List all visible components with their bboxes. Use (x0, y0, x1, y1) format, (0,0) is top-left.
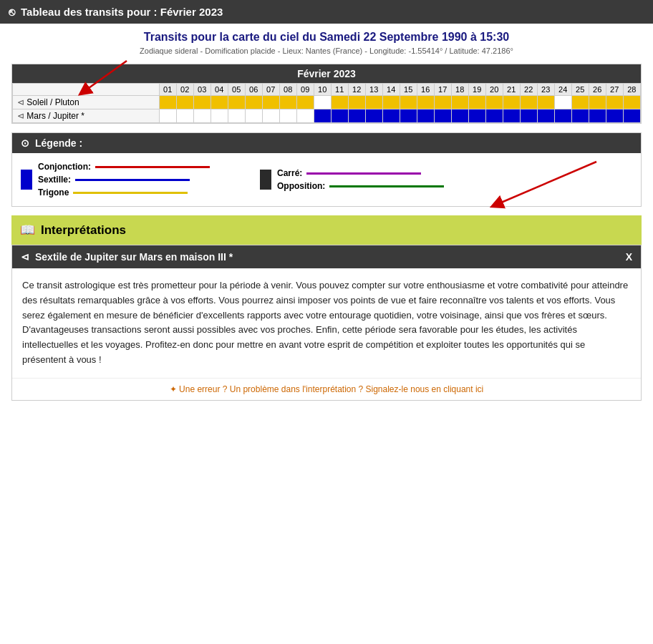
transit-cell-r0-d11[interactable] (348, 96, 365, 109)
transit-cell-r1-d11[interactable] (348, 109, 365, 123)
legend-opposition-line (329, 185, 444, 187)
transit-cell-r1-d22[interactable] (537, 109, 554, 123)
transit-cell-r0-d25[interactable] (589, 96, 606, 109)
transit-cell-r1-d8[interactable] (296, 109, 314, 123)
transit-cell-r1-d9[interactable] (314, 109, 331, 123)
transit-cell-r0-d7[interactable] (279, 96, 296, 109)
transit-cell-r1-d16[interactable] (434, 109, 451, 123)
day-header-01: 01 (159, 84, 176, 96)
transit-cell-r1-d23[interactable] (554, 109, 571, 123)
main-content: Transits pour la carte du ciel du Samedi… (0, 24, 653, 416)
legend-conjonction-line (95, 166, 210, 168)
legend-left-lines: Conjonction: Sextille: Trigone (38, 162, 210, 197)
transit-cell-r0-d12[interactable] (365, 96, 382, 109)
transit-cell-r1-d0[interactable] (159, 109, 176, 123)
interp-footer[interactable]: ✦ Une erreur ? Un problème dans l'interp… (12, 378, 641, 400)
legend-conjonction: Conjonction: (38, 162, 210, 172)
svg-line-1 (496, 162, 596, 205)
transit-cell-r1-d6[interactable] (262, 109, 279, 123)
transit-cell-r0-d14[interactable] (400, 96, 417, 109)
day-header-17: 17 (434, 84, 451, 96)
transit-section: Février 2023 010203040506070809101112131… (11, 64, 642, 124)
transit-cell-r0-d21[interactable] (520, 96, 537, 109)
day-header-24: 24 (554, 84, 571, 96)
transit-cell-r1-d4[interactable] (228, 109, 245, 123)
transit-cell-r0-d10[interactable] (331, 96, 348, 109)
transit-cell-r0-d27[interactable] (623, 96, 640, 109)
days-header-empty (13, 84, 160, 96)
transit-row-label-1[interactable]: ⊲ Mars / Jupiter * (13, 109, 160, 123)
transit-cell-r0-d16[interactable] (434, 96, 451, 109)
day-header-04: 04 (211, 84, 228, 96)
transit-cell-r1-d3[interactable] (211, 109, 228, 123)
day-header-19: 19 (468, 84, 485, 96)
transit-cell-r1-d27[interactable] (623, 109, 640, 123)
transit-cell-r0-d5[interactable] (245, 96, 262, 109)
transit-cell-r1-d13[interactable] (382, 109, 400, 123)
day-header-26: 26 (589, 84, 606, 96)
transit-cell-r1-d5[interactable] (245, 109, 262, 123)
transit-cell-r0-d6[interactable] (262, 96, 279, 109)
transit-cell-r1-d18[interactable] (468, 109, 485, 123)
transit-cell-r1-d19[interactable] (485, 109, 503, 123)
legend-conjonction-label: Conjonction: (38, 162, 91, 172)
transit-cell-r0-d20[interactable] (503, 96, 520, 109)
interp-text: Ce transit astrologique est très promett… (22, 278, 631, 368)
transit-cell-r1-d12[interactable] (365, 109, 382, 123)
transit-cell-r1-d7[interactable] (279, 109, 296, 123)
transit-cell-r1-d26[interactable] (606, 109, 623, 123)
transit-row-label-0[interactable]: ⊲ Soleil / Pluton (13, 96, 160, 109)
transit-cell-r0-d3[interactable] (211, 96, 228, 109)
interp-close-button[interactable]: X (626, 251, 632, 263)
transit-cell-r0-d23[interactable] (554, 96, 571, 109)
day-header-21: 21 (503, 84, 520, 96)
transit-cell-r1-d24[interactable] (571, 109, 589, 123)
transit-cell-r0-d18[interactable] (468, 96, 485, 109)
day-header-12: 12 (348, 84, 365, 96)
day-header-05: 05 (228, 84, 245, 96)
transit-cell-r0-d22[interactable] (537, 96, 554, 109)
transit-table: 0102030405060708091011121314151617181920… (12, 83, 641, 123)
day-header-13: 13 (365, 84, 382, 96)
transit-cell-r1-d25[interactable] (589, 109, 606, 123)
transit-cell-r0-d2[interactable] (193, 96, 211, 109)
day-header-22: 22 (520, 84, 537, 96)
interp-panel-header-left: ⊲ Sextile de Jupiter sur Mars en maison … (21, 251, 233, 263)
transit-cell-r1-d1[interactable] (176, 109, 193, 123)
legend-trigone-label: Trigone (38, 187, 69, 197)
interp-footer-text[interactable]: ✦ Une erreur ? Un problème dans l'interp… (170, 384, 484, 394)
transit-cell-r0-d9[interactable] (314, 96, 331, 109)
transit-cell-r0-d24[interactable] (571, 96, 589, 109)
transit-cell-r1-d2[interactable] (193, 109, 211, 123)
transit-cell-r1-d20[interactable] (503, 109, 520, 123)
legend-blue-block (21, 170, 32, 190)
legend-carre-line (306, 172, 421, 175)
transit-cell-r0-d26[interactable] (606, 96, 623, 109)
day-header-11: 11 (331, 84, 348, 96)
transit-cell-r0-d17[interactable] (451, 96, 468, 109)
legend-arrow-area (465, 162, 632, 197)
transit-cell-r0-d1[interactable] (176, 96, 193, 109)
legend-opposition: Opposition: (277, 181, 444, 191)
legend-left-group: Conjonction: Sextille: Trigone (21, 162, 210, 197)
legend-sextille-label: Sextille: (38, 175, 71, 185)
legend-trigone: Trigone (38, 187, 210, 197)
day-header-15: 15 (400, 84, 417, 96)
transit-cell-r0-d15[interactable] (417, 96, 434, 109)
transit-cell-r0-d19[interactable] (485, 96, 503, 109)
transit-cell-r1-d15[interactable] (417, 109, 434, 123)
transit-cell-r1-d17[interactable] (451, 109, 468, 123)
day-header-07: 07 (262, 84, 279, 96)
day-header-02: 02 (176, 84, 193, 96)
transit-cell-r1-d21[interactable] (520, 109, 537, 123)
chart-subtitle: Zodiaque sideral - Domification placide … (11, 47, 642, 55)
legend-sextille-line (75, 179, 190, 181)
transit-cell-r0-d8[interactable] (296, 96, 314, 109)
transit-cell-r0-d13[interactable] (382, 96, 400, 109)
transit-cell-r0-d4[interactable] (228, 96, 245, 109)
day-header-28: 28 (623, 84, 640, 96)
interp-header-icon: 📖 (20, 223, 35, 238)
transit-cell-r1-d14[interactable] (400, 109, 417, 123)
transit-cell-r0-d0[interactable] (159, 96, 176, 109)
transit-cell-r1-d10[interactable] (331, 109, 348, 123)
